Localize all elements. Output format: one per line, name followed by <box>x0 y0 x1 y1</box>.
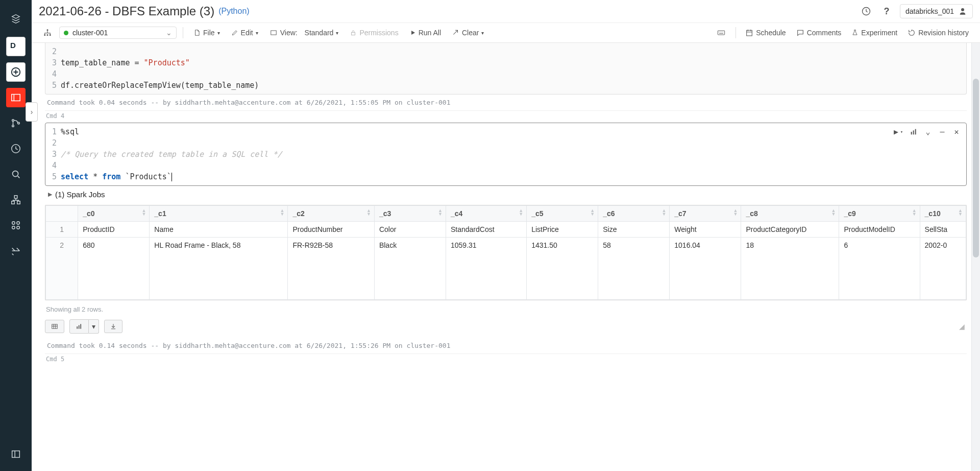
result-toolbar: ▾ ◢ <box>45 319 967 338</box>
revision-history-button[interactable]: Revision history <box>903 27 973 39</box>
column-header[interactable]: _c5▲▼ <box>527 206 598 222</box>
table-cell: ListPrice <box>527 222 598 238</box>
scroll-thumb[interactable] <box>973 79 979 257</box>
svg-rect-9 <box>17 201 20 204</box>
schedule-button[interactable]: Schedule <box>741 27 790 39</box>
table-cell: SellSta <box>920 222 966 238</box>
svg-rect-1 <box>12 95 20 101</box>
history-icon[interactable] <box>859 4 873 18</box>
view-menu[interactable]: View: Standard▾ <box>265 27 343 39</box>
svg-rect-29 <box>79 325 80 329</box>
column-header[interactable]: _c4▲▼ <box>446 206 526 222</box>
table-cell: 58 <box>598 238 670 300</box>
svg-rect-24 <box>911 132 912 134</box>
column-header[interactable]: _c9▲▼ <box>839 206 920 222</box>
notebook-language[interactable]: (Python) <box>218 7 249 16</box>
jobs-icon[interactable] <box>6 216 26 235</box>
sort-icon[interactable]: ▲▼ <box>590 209 595 216</box>
sort-icon[interactable]: ▲▼ <box>438 209 443 216</box>
svg-point-13 <box>17 226 20 229</box>
svg-point-19 <box>50 34 51 36</box>
keyboard-button[interactable] <box>712 27 730 39</box>
rows-info: Showing all 2 rows. <box>45 300 967 319</box>
repos-icon[interactable] <box>6 113 26 133</box>
sort-icon[interactable]: ▲▼ <box>519 209 523 216</box>
cell-minimize-icon[interactable]: — <box>937 126 948 137</box>
create-icon[interactable] <box>6 62 26 82</box>
svg-rect-21 <box>352 32 355 35</box>
column-header[interactable]: _c3▲▼ <box>374 206 446 222</box>
triangle-right-icon: ▶ <box>48 191 52 198</box>
notebook-title[interactable]: 2021-06-26 - DBFS Example (3) <box>39 4 214 18</box>
column-header[interactable]: _c6▲▼ <box>598 206 670 222</box>
table-cell: Name <box>150 222 288 238</box>
cell-expand-icon[interactable]: ⌄ <box>922 126 934 137</box>
chart-view-button[interactable] <box>69 319 89 334</box>
svg-point-18 <box>47 34 48 36</box>
run-all-button[interactable]: Run All <box>406 27 445 39</box>
recents-icon[interactable] <box>6 139 26 158</box>
menu-toggle-icon[interactable] <box>6 444 26 464</box>
user-menu[interactable]: databricks_001 <box>900 4 973 18</box>
svg-point-6 <box>13 171 18 177</box>
column-header[interactable]: _c1▲▼ <box>150 206 288 222</box>
column-header[interactable]: _c2▲▼ <box>288 206 374 222</box>
column-header[interactable]: _c0▲▼ <box>78 206 150 222</box>
edit-menu[interactable]: Edit▾ <box>227 27 262 39</box>
left-sidebar: D › <box>0 0 32 471</box>
chart-cell-icon[interactable] <box>908 126 919 137</box>
table-cell: Size <box>598 222 670 238</box>
row-number-header <box>46 206 78 222</box>
table-cell: Black <box>374 238 446 300</box>
cell-close-icon[interactable]: ✕ <box>951 126 962 137</box>
table-cell: 1431.50 <box>527 238 598 300</box>
table-view-button[interactable] <box>45 320 64 333</box>
code-cell-prev-code[interactable]: temp_table_name = "Products" df.createOr… <box>61 43 966 94</box>
sort-icon[interactable]: ▲▼ <box>733 209 738 216</box>
table-cell: HL Road Frame - Black, 58 <box>150 238 288 300</box>
table-cell: StandardCost <box>446 222 526 238</box>
search-icon[interactable] <box>6 164 26 184</box>
column-header[interactable]: _c8▲▼ <box>741 206 839 222</box>
sort-icon[interactable]: ▲▼ <box>280 209 285 216</box>
svg-rect-26 <box>915 129 916 135</box>
models-icon[interactable] <box>6 241 26 261</box>
cell-action-bar: ▶▾ ⌄ — ✕ <box>894 126 962 137</box>
sort-icon[interactable]: ▲▼ <box>831 209 836 216</box>
download-button[interactable] <box>104 320 122 333</box>
clear-menu[interactable]: Clear▾ <box>448 27 488 39</box>
chart-view-dropdown[interactable]: ▾ <box>89 319 99 334</box>
file-menu[interactable]: File▾ <box>189 27 224 39</box>
vertical-scrollbar[interactable] <box>971 43 980 471</box>
code-cell-sql[interactable]: ▶▾ ⌄ — ✕ 12345 %sql /* Query the created… <box>45 123 967 186</box>
sort-icon[interactable]: ▲▼ <box>366 209 371 216</box>
resize-handle-icon[interactable]: ◢ <box>959 322 967 331</box>
attach-cluster-icon[interactable] <box>39 26 56 39</box>
svg-point-11 <box>17 222 20 225</box>
code-cell-prev[interactable]: 2345 temp_table_name = "Products" df.cre… <box>45 43 967 95</box>
spark-jobs-toggle[interactable]: ▶(1) Spark Jobs <box>45 186 967 205</box>
experiment-button[interactable]: Experiment <box>847 27 901 39</box>
svg-rect-8 <box>12 201 15 204</box>
table-row: 1ProductIDNameProductNumberColorStandard… <box>46 222 966 238</box>
compute-icon[interactable] <box>6 190 26 209</box>
cluster-selector[interactable]: cluster-001 ⌄ <box>59 27 177 39</box>
column-header[interactable]: _c10▲▼ <box>920 206 966 222</box>
code-cell-sql-code[interactable]: %sql /* Query the created temp table in … <box>61 123 966 185</box>
column-header[interactable]: _c7▲▼ <box>670 206 741 222</box>
run-cell-icon[interactable]: ▶▾ <box>894 126 905 137</box>
sort-icon[interactable]: ▲▼ <box>912 209 917 216</box>
databricks-logo-icon[interactable] <box>6 9 26 29</box>
data-icon[interactable]: D <box>6 37 26 56</box>
svg-point-3 <box>12 125 14 127</box>
sort-icon[interactable]: ▲▼ <box>141 209 146 216</box>
sort-icon[interactable]: ▲▼ <box>662 209 666 216</box>
comments-button[interactable]: Comments <box>792 27 846 39</box>
svg-rect-20 <box>271 31 276 35</box>
help-icon[interactable]: ? <box>879 4 894 18</box>
workspace-icon[interactable] <box>6 88 26 107</box>
svg-rect-23 <box>747 30 752 36</box>
sort-icon[interactable]: ▲▼ <box>958 209 963 216</box>
sidebar-expand-button[interactable]: › <box>26 102 38 122</box>
permissions-button: Permissions <box>346 27 402 39</box>
